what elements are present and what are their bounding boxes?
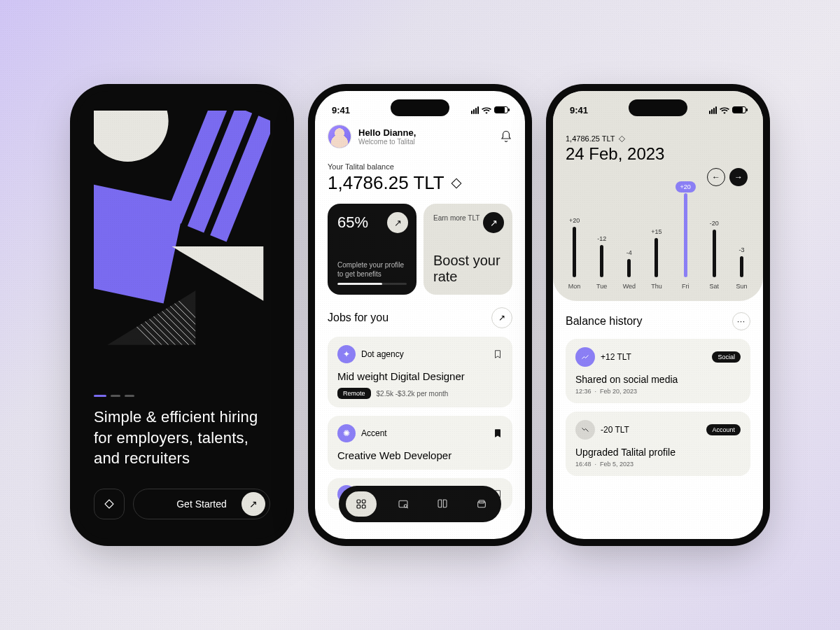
home-screen: 9:41 Hello Dianne, Welcome to Talital Yo… xyxy=(315,91,525,539)
bookmark-icon[interactable] xyxy=(493,349,503,360)
history-chip: Account xyxy=(706,424,741,435)
company-logo-icon: ✦ xyxy=(337,345,356,363)
job-salary: $2.5k -$3.2k per month xyxy=(377,390,449,398)
bar-value: -3 xyxy=(738,246,744,253)
bottom-nav xyxy=(339,486,501,522)
balance-value: 1,4786.25 TLT xyxy=(328,172,444,194)
profile-progress-card[interactable]: 65% ↗ Complete your profile to get benef… xyxy=(328,204,416,295)
svg-rect-22 xyxy=(362,505,365,508)
svg-rect-19 xyxy=(357,500,360,503)
notch xyxy=(629,99,687,116)
history-item[interactable]: -20 TLT Account Upgraded Talital profile… xyxy=(566,412,750,476)
company-name: Accent xyxy=(361,428,387,438)
chart-bar xyxy=(684,193,687,277)
bookmark-filled-icon[interactable] xyxy=(493,428,503,439)
bar-value: +20 xyxy=(676,183,696,190)
bar-label: Thu xyxy=(651,283,662,290)
chart-bar xyxy=(627,259,631,277)
history-delta: -20 TLT xyxy=(601,425,629,435)
token-icon xyxy=(618,135,626,143)
history-date: Feb 20, 2023 xyxy=(600,388,637,395)
bar-value: +20 xyxy=(569,217,580,224)
chart-bar xyxy=(573,227,576,277)
status-time: 9:41 xyxy=(332,105,350,115)
chart-bar xyxy=(713,230,716,277)
bar-label: Sun xyxy=(736,283,747,290)
subgreeting: Welcome to Talital xyxy=(358,138,416,146)
bell-icon[interactable] xyxy=(500,130,512,143)
get-started-label: Get Started xyxy=(176,498,227,510)
bar-value: -20 xyxy=(710,220,719,227)
signal-icon xyxy=(471,106,479,114)
weekly-chart: +20Mon-12Tue-4Wed+15Thu+20Fri-20Sat-3Sun xyxy=(566,178,750,290)
job-card[interactable]: ✦ Dot agency Mid weight Digital Designer… xyxy=(328,337,512,407)
nav-home[interactable] xyxy=(346,491,377,517)
wifi-icon xyxy=(482,106,491,114)
trend-down-icon xyxy=(575,420,595,440)
arrow-icon: ↗ xyxy=(483,212,504,233)
page-indicator xyxy=(94,395,270,397)
trend-up-icon xyxy=(575,347,595,367)
signal-icon xyxy=(709,106,717,114)
job-tag: Remote xyxy=(337,388,371,399)
history-item[interactable]: +12 TLT Social Shared on social media 12… xyxy=(566,339,750,403)
svg-rect-4 xyxy=(94,183,185,303)
history-title: Shared on social media xyxy=(575,374,741,385)
nav-search[interactable] xyxy=(391,491,416,517)
history-title: Upgraded Talital profile xyxy=(575,447,741,458)
bar-value: +15 xyxy=(651,228,662,235)
wifi-icon xyxy=(720,106,729,114)
get-started-button[interactable]: Get Started ↗ xyxy=(133,489,270,519)
prev-day-button[interactable]: ← xyxy=(707,168,725,186)
onboarding-headline: Simple & efficient hiring for employers,… xyxy=(94,407,270,469)
balance-screen: 9:41 1,4786.25 TLT 24 Feb, 2023 ← → +20M… xyxy=(553,91,763,539)
company-name: Dot agency xyxy=(361,349,404,359)
history-delta: +12 TLT xyxy=(601,352,631,362)
svg-rect-21 xyxy=(357,505,360,508)
arrow-icon: ↗ xyxy=(241,492,265,516)
svg-marker-5 xyxy=(172,246,263,301)
profile-caption: Complete your profile to get benefits xyxy=(337,260,407,279)
job-title: Creative Web Developer xyxy=(337,449,503,461)
jobs-header: Jobs for you xyxy=(328,312,388,324)
svg-point-0 xyxy=(94,111,169,162)
greeting: Hello Dianne, xyxy=(358,127,416,138)
balance-label: Your Talital balance xyxy=(328,162,512,171)
bar-label: Mon xyxy=(568,283,581,290)
more-icon[interactable]: ··· xyxy=(732,312,750,330)
history-time: 12:36 xyxy=(575,388,592,395)
svg-line-25 xyxy=(407,507,408,508)
onboarding-screen: Simple & efficient hiring for employers,… xyxy=(77,91,287,539)
progress-bar xyxy=(337,283,407,285)
bar-label: Wed xyxy=(623,283,636,290)
bar-label: Sat xyxy=(710,283,720,290)
arrow-icon: ↗ xyxy=(387,212,408,233)
bar-label: Tue xyxy=(596,283,607,290)
nav-learn[interactable] xyxy=(430,491,455,517)
history-header: Balance history xyxy=(566,315,642,328)
onboarding-art xyxy=(94,111,270,389)
chart-bar xyxy=(654,238,658,277)
chart-bar xyxy=(740,256,743,277)
bar-label: Fri xyxy=(682,283,690,290)
job-title: Mid weight Digital Designer xyxy=(337,370,503,382)
notch xyxy=(391,99,449,116)
battery-icon xyxy=(494,106,508,113)
see-all-button[interactable]: ↗ xyxy=(491,307,512,328)
chart-bar xyxy=(600,245,603,277)
bar-value: -12 xyxy=(597,235,606,242)
next-day-button[interactable]: → xyxy=(729,168,748,186)
history-chip: Social xyxy=(712,351,741,363)
company-logo-icon: ✺ xyxy=(337,424,356,442)
boost-rate-card[interactable]: Earn more TLT ↗ Boost your rate xyxy=(424,204,512,295)
avatar[interactable] xyxy=(328,125,351,148)
token-icon xyxy=(450,177,463,190)
boost-title: Boost your rate xyxy=(433,253,503,285)
balance-amount: 1,4786.25 TLT xyxy=(566,134,615,143)
app-logo-button[interactable] xyxy=(94,489,125,519)
nav-wallet[interactable] xyxy=(469,491,494,517)
job-card[interactable]: ✺ Accent Creative Web Developer xyxy=(328,416,512,470)
history-time: 16:48 xyxy=(575,461,592,468)
history-date: Feb 5, 2023 xyxy=(600,461,634,468)
balance-date: 24 Feb, 2023 xyxy=(566,144,750,164)
